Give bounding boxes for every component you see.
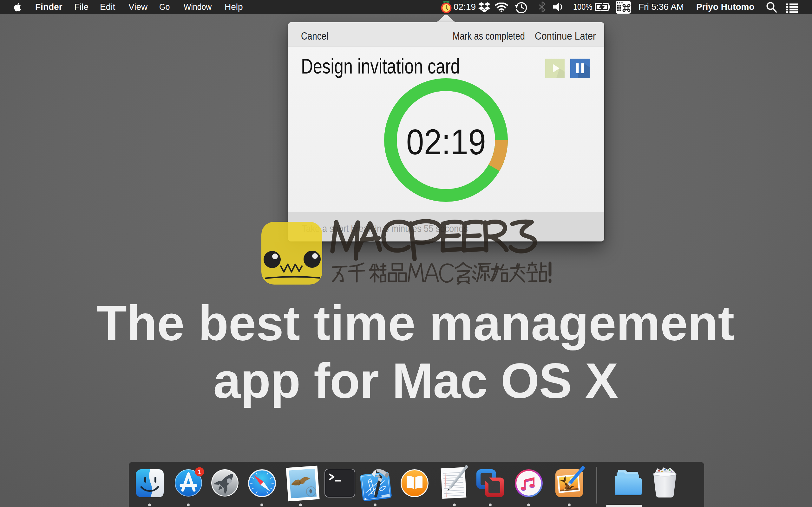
svg-text:1: 1 — [198, 468, 201, 475]
